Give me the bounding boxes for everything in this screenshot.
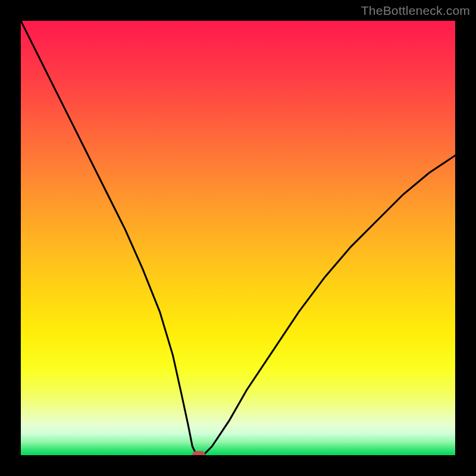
plot-area [21, 21, 455, 455]
watermark-text: TheBottleneck.com [361, 4, 470, 18]
chart-frame: TheBottleneck.com [0, 0, 476, 476]
optimal-point-marker [192, 451, 205, 455]
bottleneck-curve [21, 21, 455, 455]
